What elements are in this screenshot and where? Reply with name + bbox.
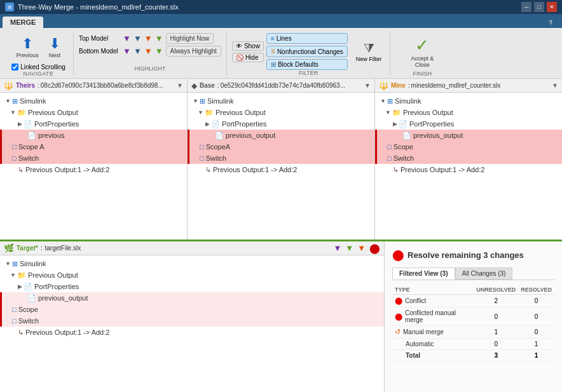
theirs-header: 🔱 Theirs : 08c2d67e090c73413bb80a6be8cf3… [0, 79, 188, 92]
next-button[interactable]: ⬇ Next [45, 33, 65, 61]
type-col-header: TYPE [392, 285, 474, 295]
list-item[interactable]: ▼ 📁 Previous Output [0, 269, 384, 281]
expand-icon[interactable]: ▼ [193, 98, 198, 104]
target-action3[interactable]: ▼ [357, 243, 366, 253]
list-item[interactable]: 📄 previous_output [188, 130, 374, 141]
list-item[interactable]: ↳ Previous Output:1 -> Add:2 [375, 164, 562, 175]
list-item[interactable]: ▶ 📄 PortProperties [375, 118, 562, 130]
list-item[interactable]: 📄 previous_output [0, 292, 384, 304]
maximize-button[interactable]: □ [534, 2, 544, 12]
list-item[interactable]: □ Scope [375, 141, 562, 152]
help-button[interactable]: ? [545, 18, 556, 28]
filter-label: FILTER [232, 70, 385, 78]
expand-icon[interactable]: ▶ [18, 283, 22, 290]
merge-tab[interactable]: MERGE [3, 17, 43, 28]
bottom-model-icon3[interactable]: ▼ [144, 46, 153, 56]
accept-close-button[interactable]: ✓ Accept & Close [407, 33, 437, 71]
list-item[interactable]: □ Scope A [0, 141, 187, 152]
top-model-row: Top Model ▼ ▼ ▼ ▼ Highlight Now [79, 33, 221, 44]
list-item[interactable]: 📄 previous [0, 130, 187, 141]
resolve-table: TYPE UNRESOLVED RESOLVED ⬤ Conflict [392, 285, 554, 362]
base-panel[interactable]: ▼ ⊞ Simulink ▼ 📁 Previous Output ▶ 📄 Por… [188, 93, 375, 240]
all-changes-tab[interactable]: All Changes (3) [455, 267, 513, 280]
list-item[interactable]: □ Switch [188, 152, 374, 164]
hide-button[interactable]: 🚫 Hide [232, 53, 264, 62]
expand-icon[interactable]: ▼ [10, 109, 16, 116]
top-model-icon3[interactable]: ▼ [144, 34, 153, 43]
mine-dropdown-icon[interactable]: ▼ [552, 82, 558, 89]
expand-icon[interactable]: ▼ [5, 98, 11, 104]
list-item[interactable]: □ Switch [0, 315, 384, 327]
expand-icon[interactable]: ▼ [10, 272, 16, 278]
theirs-dropdown-icon[interactable]: ▼ [177, 82, 183, 89]
expand-icon[interactable]: ▼ [380, 98, 386, 104]
expand-icon[interactable]: ▶ [18, 121, 22, 127]
target-action1[interactable]: ▼ [333, 243, 341, 253]
highlight-now-button[interactable]: Highlight Now [166, 33, 214, 44]
base-dropdown-icon[interactable]: ▼ [364, 82, 371, 89]
target-action2[interactable]: ▼ [345, 243, 353, 253]
list-item[interactable]: ▼ ⊞ Simulink [0, 95, 187, 107]
expand-icon[interactable]: ▼ [5, 260, 11, 267]
list-item[interactable]: ▶ 📄 PortProperties [0, 118, 187, 130]
switch-icon: □ [200, 154, 204, 162]
top-model-icon2[interactable]: ▼ [134, 34, 142, 43]
resolve-tabs: Filtered View (3) All Changes (3) [392, 267, 554, 280]
theirs-panel[interactable]: ▼ ⊞ Simulink ▼ 📁 Previous Output ▶ 📄 Por… [0, 93, 188, 240]
bottom-model-row: Bottom Model ▼ ▼ ▼ ▼ Always Highlight [79, 46, 221, 57]
list-item[interactable]: ▼ 📁 Previous Output [188, 107, 374, 118]
list-item[interactable]: □ Switch [0, 152, 187, 164]
nonfunctional-changes-button[interactable]: ⧖ Nonfunctional Changes [266, 46, 348, 57]
linked-scrolling-checkbox[interactable] [11, 64, 18, 71]
bottom-split: 🌿 Target* : targetFile.slx ▼ ▼ ▼ ⬤ ▼ ⊞ S… [0, 240, 562, 392]
list-item[interactable]: ↳ Previous Output:1 -> Add:2 [0, 164, 187, 175]
close-button[interactable]: ✕ [547, 2, 557, 12]
nonfunctional-button[interactable]: ≡ Lines [266, 33, 348, 44]
navigate-group: ⬆ Previous ⬇ Next Linked Scrolling NAVIG… [4, 30, 74, 76]
table-row: ⬤ Conflicted manual merge 0 0 [392, 308, 554, 326]
always-highlight-button[interactable]: Always Highlight [166, 46, 221, 57]
new-filter-button[interactable]: ⧩ New Filter [353, 39, 385, 64]
bottom-model-icon1[interactable]: ▼ [123, 46, 131, 56]
expand-icon[interactable]: ▶ [393, 121, 397, 127]
top-model-icon4[interactable]: ▼ [155, 34, 163, 43]
mine-panel[interactable]: ▼ ⊞ Simulink ▼ 📁 Previous Output ▶ 📄 Por… [375, 93, 562, 240]
previous-icon: ⬆ [22, 36, 33, 52]
list-item[interactable]: ▼ ⊞ Simulink [0, 258, 384, 269]
expand-icon[interactable]: ▶ [205, 121, 210, 127]
show-button[interactable]: 👁 Show [232, 41, 264, 51]
lines-icon: ≡ [271, 35, 275, 42]
minimize-button[interactable]: ─ [521, 2, 531, 12]
list-item[interactable]: □ Switch [375, 152, 562, 164]
list-item[interactable]: ▼ ⊞ Simulink [375, 95, 562, 107]
list-item[interactable]: ▼ 📁 Previous Output [0, 107, 187, 118]
list-item[interactable]: ▶ 📄 PortProperties [0, 281, 384, 292]
nonfunctional-icon: ⧖ [271, 48, 275, 55]
arrow-icon: ↳ [205, 166, 211, 174]
list-item[interactable]: ▼ 📁 Previous Output [375, 107, 562, 118]
block-defaults-button[interactable]: ⊞ Block Defaults [266, 59, 348, 70]
expand-icon[interactable]: ▼ [385, 109, 391, 116]
simulink-icon: ⊞ [387, 97, 393, 105]
list-item[interactable]: 📄 previous_output [375, 130, 562, 141]
list-item[interactable]: ▼ ⊞ Simulink [188, 95, 374, 107]
filtered-view-tab[interactable]: Filtered View (3) [392, 267, 455, 280]
bottom-model-icon4[interactable]: ▼ [155, 46, 163, 56]
highlight-group: Top Model ▼ ▼ ▼ ▼ Highlight Now Bottom M… [74, 30, 227, 76]
target-panel[interactable]: 🌿 Target* : targetFile.slx ▼ ▼ ▼ ⬤ ▼ ⊞ S… [0, 241, 384, 392]
list-item[interactable]: ▶ 📄 PortProperties [188, 118, 374, 130]
mine-header: 🔱 Mine : minesldemo_mdlref_counter.slx ▼ [375, 79, 562, 92]
target-tree-content[interactable]: ▼ ⊞ Simulink ▼ 📁 Previous Output ▶ 📄 Por… [0, 255, 384, 341]
arrow-icon: ↳ [18, 328, 24, 337]
bottom-model-icon2[interactable]: ▼ [134, 46, 142, 56]
list-item[interactable]: ↳ Previous Output:1 -> Add:2 [188, 164, 374, 175]
list-item[interactable]: □ Scope [0, 304, 384, 315]
target-action4[interactable]: ⬤ [369, 243, 380, 254]
top-diff-area: 🔱 Theirs : 08c2d67e090c73413bb80a6be8cf3… [0, 79, 562, 240]
finish-buttons: ✓ Accept & Close [407, 33, 437, 71]
list-item[interactable]: □ ScopeA [188, 141, 374, 152]
expand-icon[interactable]: ▼ [198, 109, 203, 116]
previous-button[interactable]: ⬆ Previous [13, 33, 43, 61]
list-item[interactable]: ↳ Previous Output:1 -> Add:2 [0, 327, 384, 338]
top-model-icon1[interactable]: ▼ [123, 34, 131, 43]
